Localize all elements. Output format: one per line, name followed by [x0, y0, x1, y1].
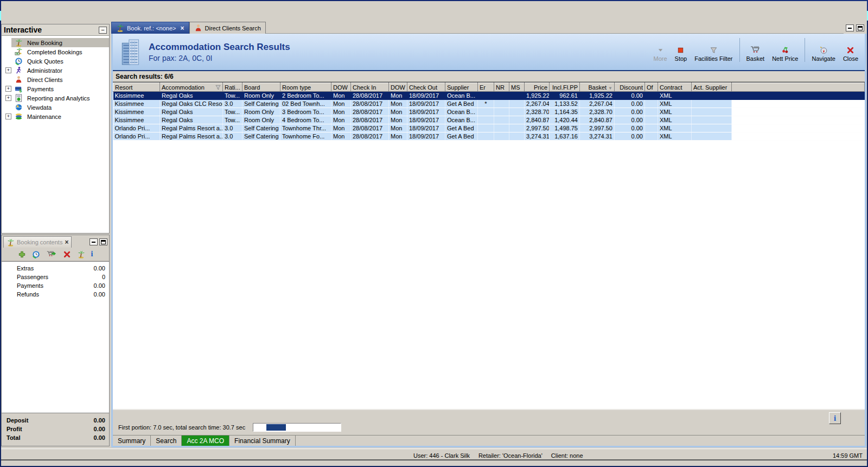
facilities-filter-button[interactable]: Facilities Filter [691, 45, 736, 63]
table-row[interactable]: KissimmeeRegal OaksTow...Room Only2 Bedr… [113, 92, 865, 100]
table-cell: 3.0 [223, 100, 242, 108]
palm-tree-icon[interactable] [77, 250, 85, 258]
column-header[interactable]: Basket▼ [580, 83, 615, 92]
view-minimize-button[interactable] [846, 24, 854, 31]
running-person-icon [15, 66, 23, 74]
tree-item-direct-clients[interactable]: Direct Clients [2, 75, 109, 84]
expand-plus-icon[interactable]: + [5, 113, 11, 119]
column-header[interactable]: Of [645, 83, 658, 92]
report-chart-icon [15, 94, 23, 102]
tab-close-icon[interactable]: × [181, 24, 184, 32]
tab-direct-clients-search[interactable]: Direct Clients Search [189, 22, 266, 34]
delete-x-icon[interactable] [63, 250, 71, 258]
table-cell: 1,133.52 [550, 100, 580, 108]
column-header[interactable]: Act. Supplier [692, 83, 732, 92]
interactive-collapse-button[interactable]: − [99, 27, 107, 34]
add-plus-icon[interactable] [18, 250, 26, 258]
table-cell: 2,997.50 [580, 124, 615, 132]
column-header[interactable]: Price [525, 83, 550, 92]
status-retailer: Retailer: 'Ocean-Florida' [478, 452, 542, 459]
booking-row-refunds[interactable]: Refunds 0.00 [2, 290, 109, 299]
palm-tree-icon [15, 39, 23, 47]
table-row[interactable]: KissimmeeRegal OaksTow...Room Only3 Bedr… [113, 108, 865, 116]
tab-financial-summary[interactable]: Financial Summary [229, 436, 296, 446]
table-cell [509, 132, 525, 141]
close-results-button[interactable]: Close [840, 45, 861, 63]
column-header[interactable]: Rati... [223, 83, 242, 92]
column-header[interactable]: Contract [658, 83, 692, 92]
table-cell: Tow... [223, 116, 242, 124]
table-row[interactable]: KissimmeeRegal OaksTow...Room Only4 Bedr… [113, 116, 865, 124]
table-cell: Room Only [242, 108, 280, 116]
column-header[interactable]: Er [478, 83, 494, 92]
booking-row-extras[interactable]: Extras 0.00 [2, 264, 109, 273]
column-header[interactable]: DOW [389, 83, 407, 92]
expand-plus-icon[interactable]: + [5, 86, 11, 92]
close-icon[interactable]: × [65, 238, 68, 246]
table-row[interactable]: Orlando Pri...Regal Palms Resort a...3.0… [113, 132, 865, 141]
table-cell: Orlando Pri... [113, 132, 160, 141]
tree-item-quick-quotes[interactable]: Quick Quotes [2, 56, 109, 66]
column-header[interactable]: Resort [113, 83, 160, 92]
info-button[interactable]: i [829, 412, 841, 424]
view-maximize-button[interactable] [856, 24, 864, 31]
column-header[interactable]: NR [494, 83, 509, 92]
table-cell: Self Catering [242, 100, 280, 108]
page-subtitle: For pax: 2A, 0C, 0I [149, 54, 290, 62]
table-cell: 18/09/2017 [407, 92, 445, 100]
column-header[interactable]: Room type [280, 83, 331, 92]
table-cell: 2,267.04 [580, 100, 615, 108]
tree-item-payments[interactable]: + Payments [2, 84, 109, 93]
column-header[interactable]: Discount [615, 83, 645, 92]
clock-refresh-icon[interactable] [32, 250, 40, 258]
table-cell: Self Catering [242, 132, 280, 141]
total-row-profit: Profit0.00 [7, 425, 105, 433]
tree-item-new-booking[interactable]: New Booking [2, 38, 109, 47]
column-header[interactable]: Check Out [407, 83, 445, 92]
expand-plus-icon[interactable]: + [5, 95, 11, 101]
table-cell [645, 124, 658, 132]
column-header[interactable]: Supplier [445, 83, 478, 92]
column-header[interactable]: Accommodation [160, 83, 223, 92]
tab-booking-ref[interactable]: Book. ref.: <none> × [111, 22, 189, 34]
table-cell [509, 100, 525, 108]
table-cell: Ocean B... [445, 116, 478, 124]
tab-acc-2a-mco[interactable]: Acc 2A MCO [182, 436, 229, 446]
column-header[interactable]: Check In [351, 83, 389, 92]
expand-plus-icon[interactable]: + [5, 67, 11, 73]
column-header[interactable]: MS [509, 83, 525, 92]
cart-transfer-icon[interactable] [46, 249, 57, 259]
tree-item-reporting-and-analytics[interactable]: + Reporting and Analytics [2, 93, 109, 103]
booking-contents-tab[interactable]: Booking contents × [3, 236, 72, 248]
total-row-deposit: Deposit0.00 [7, 416, 105, 425]
tree-item-administrator[interactable]: + Administrator [2, 66, 109, 75]
tree-item-completed-bookings[interactable]: Completed Bookings [2, 47, 109, 56]
table-cell: Get A Bed [445, 100, 478, 108]
table-cell: Get A Bed [445, 124, 478, 132]
tree-item-maintenance[interactable]: + Maintenance [2, 112, 109, 121]
table-row[interactable]: KissimmeeRegal Oaks CLC Resort3.0Self Ca… [113, 100, 865, 108]
filter-funnel-icon[interactable] [215, 84, 221, 91]
table-cell: 02 Bed Townh... [280, 100, 331, 108]
navigation-tree: New Booking Completed Bookings Quick Quo… [2, 36, 109, 121]
table-cell [478, 92, 494, 100]
column-header[interactable]: Incl.Fl.PP [550, 83, 580, 92]
more-button[interactable]: More [650, 45, 671, 63]
column-header[interactable]: Board [242, 83, 280, 92]
navigate-button[interactable]: Navigate [808, 45, 838, 63]
tab-summary[interactable]: Summary [113, 436, 151, 446]
table-cell [692, 108, 732, 116]
tree-item-viewdata[interactable]: Viewdata [2, 103, 109, 112]
table-cell: 3.0 [223, 132, 242, 141]
booking-row-payments[interactable]: Payments 0.00 [2, 281, 109, 290]
stop-button[interactable]: Stop [672, 45, 691, 63]
basket-button[interactable]: Basket [743, 43, 768, 63]
nett-price-button[interactable]: Nett Price [769, 45, 801, 63]
tab-search[interactable]: Search [151, 436, 182, 446]
info-icon[interactable]: i [91, 250, 93, 258]
column-header[interactable]: DOW [331, 83, 351, 92]
panel-maximize-button[interactable] [99, 238, 107, 245]
table-row[interactable]: Orlando Pri...Regal Palms Resort a...3.0… [113, 124, 865, 132]
panel-minimize-button[interactable] [90, 238, 98, 245]
booking-row-passengers[interactable]: Passengers 0 [2, 273, 109, 281]
